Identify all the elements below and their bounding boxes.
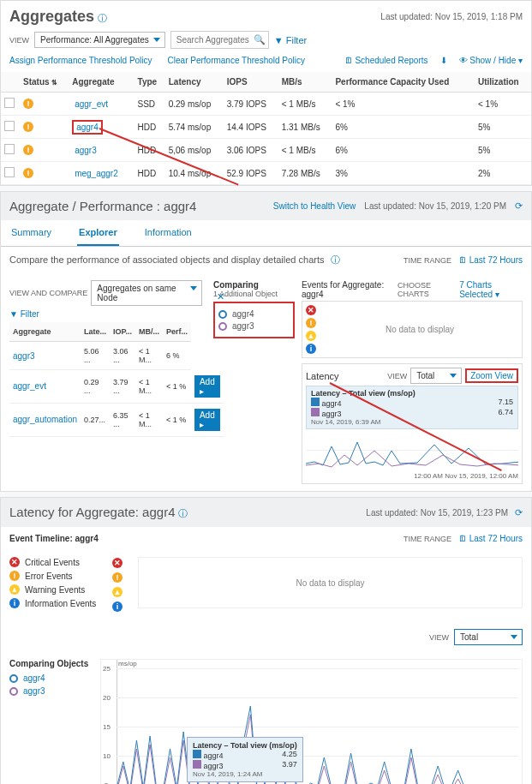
critical-icon: ✕ [306, 305, 316, 315]
time-range[interactable]: 🗓 Last 72 Hours [458, 255, 523, 265]
mini-row: aggr_automation0.27...6.35 ...< 1 M...< … [9, 403, 224, 436]
download-icon[interactable]: ⬇ [440, 56, 447, 65]
info-icon: i [306, 344, 316, 354]
refresh-zoom[interactable]: ⟳ [515, 507, 523, 518]
latency-label: Latency [306, 371, 339, 381]
aggregates-table: Status ⇅AggregateTypeLatencyIOPSMB/sPerf… [1, 72, 531, 185]
zoom-view[interactable]: Zoom View [465, 368, 518, 383]
add-button[interactable]: Add ▸ [194, 409, 220, 431]
zoom-view-sel[interactable]: Total [454, 629, 523, 645]
view-compare-selector[interactable]: Aggregates on same Node [91, 280, 202, 306]
clear-policy[interactable]: Clear Performance Threshold Policy [168, 56, 305, 65]
events-title: Events for Aggregate: aggr4 [302, 280, 392, 299]
toggle-series[interactable] [9, 674, 18, 683]
mini-row: aggr35.06 ...3.06 ...< 1 M...6 % [9, 342, 224, 370]
switch-view[interactable]: Switch to Health View [273, 201, 356, 211]
aggregate-link[interactable]: aggr_evt [72, 99, 111, 110]
mini-row: aggr_evt0.29 ...3.79 ...< 1 M...< 1 %Add… [9, 370, 224, 404]
detail-updated: Last updated: Nov 15, 2019, 1:20 PM [364, 201, 506, 211]
add-button[interactable]: Add ▸ [194, 375, 220, 398]
status-icon: ! [23, 122, 33, 132]
aggregate-link[interactable]: aggr3 [72, 145, 99, 156]
row-checkbox[interactable] [4, 121, 15, 131]
zoom-title: Latency for Aggregate: aggr4 [9, 505, 175, 519]
toggle-series[interactable] [218, 310, 227, 319]
aggregate-link[interactable]: aggr4 [72, 120, 103, 135]
latency-mini-chart [306, 429, 518, 472]
show-hide[interactable]: 👁 Show / Hide ▾ [459, 56, 523, 65]
view-selector[interactable]: Performance: All Aggregates [34, 32, 165, 48]
latency-view-sel[interactable]: Total [410, 368, 462, 384]
search-input[interactable]: 🔍 [170, 31, 269, 49]
filter-link[interactable]: ▼ Filter [274, 35, 307, 45]
assign-policy[interactable]: Assign Performance Threshold Policy [9, 56, 152, 65]
status-icon: ! [23, 145, 33, 155]
zoom-chart: ms/op 25 20 15 10 5 Latency – Total view… [100, 659, 523, 784]
last-updated: Last updated: Nov 15, 2019, 1:18 PM [380, 12, 523, 21]
table-row[interactable]: !aggr_evtSSD0.29 ms/op3.79 IOPS< 1 MB/s<… [1, 93, 531, 116]
toggle-series[interactable] [9, 687, 18, 696]
refresh-icon[interactable]: ⟳ [515, 200, 523, 212]
comparing-title: Comparing [213, 280, 295, 290]
scheduled-reports[interactable]: 🗓 Scheduled Reports [344, 56, 428, 65]
view-label: VIEW [9, 36, 29, 45]
zoom-time-range[interactable]: 🗓 Last 72 Hours [458, 534, 523, 543]
tab-explorer[interactable]: Explorer [77, 220, 119, 246]
close-icon[interactable]: ✕ [217, 291, 224, 302]
page-title: Aggregates [9, 8, 94, 26]
error-icon: ! [306, 318, 316, 328]
aggregate-link[interactable]: meg_aggr2 [72, 168, 121, 179]
status-icon: ! [23, 99, 33, 109]
charts-selected[interactable]: 7 Charts Selected ▾ [459, 280, 523, 299]
table-row[interactable]: !meg_aggr2HDD10.4 ms/op52.9 IOPS7.28 MB/… [1, 162, 531, 185]
row-checkbox[interactable] [4, 144, 15, 154]
help-icon[interactable]: ⓘ [98, 13, 107, 23]
warning-icon: ▲ [306, 331, 316, 341]
row-checkbox[interactable] [4, 167, 15, 177]
row-checkbox[interactable] [4, 98, 15, 108]
mini-filter[interactable]: ▼ Filter [9, 309, 206, 319]
status-icon: ! [23, 168, 33, 178]
toggle-series[interactable] [218, 322, 227, 331]
tab-summary[interactable]: Summary [9, 220, 53, 246]
tab-information[interactable]: Information [143, 220, 194, 246]
table-row[interactable]: !aggr3HDD5,06 ms/op3.06 IOPS< 1 MB/s6%5% [1, 139, 531, 162]
table-row[interactable]: !aggr4HDD5.74 ms/op14.4 IOPS1.31 MB/s6%5… [1, 116, 531, 139]
detail-title: Aggregate / Performance : aggr4 [9, 199, 196, 213]
event-timeline-title: Event Timeline: aggr4 [9, 534, 99, 543]
compare-desc: Compare the performance of associated ob… [9, 254, 340, 266]
